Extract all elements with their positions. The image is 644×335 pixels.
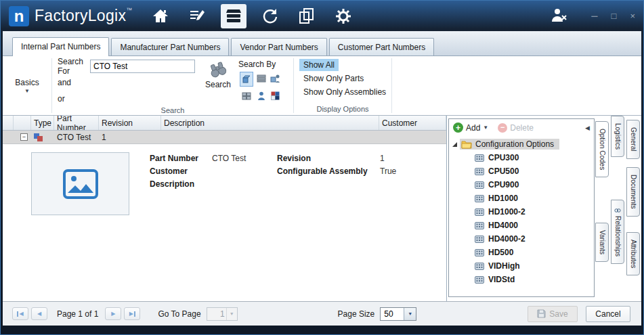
delete-button[interactable]: − Delete xyxy=(498,123,534,133)
materials-icon[interactable] xyxy=(221,4,246,28)
revision-value: 1 xyxy=(380,154,396,166)
list-item[interactable]: HD4000-2 xyxy=(449,232,594,246)
close-button[interactable]: × xyxy=(630,12,635,20)
search-by-label: Search By xyxy=(238,60,282,69)
relationships-icon xyxy=(614,207,621,214)
column-header-type[interactable]: Type xyxy=(31,116,54,130)
tab-documents[interactable]: Documents xyxy=(626,167,640,217)
search-for-input[interactable] xyxy=(90,60,195,73)
basics-group[interactable]: Basics ▼ xyxy=(3,56,51,115)
show-all-option[interactable]: Show All xyxy=(299,59,339,71)
tab-variants[interactable]: Variants xyxy=(595,223,609,262)
save-label: Save xyxy=(549,309,567,319)
part-detail-fields: Part Number CTO Test Revision 1 Customer… xyxy=(150,154,396,215)
and-operator-label: and xyxy=(58,78,71,87)
tab-option-codes[interactable]: Option Codes xyxy=(595,121,609,177)
maximize-button[interactable]: □ xyxy=(611,12,617,20)
list-item[interactable]: VIDHigh xyxy=(449,259,594,273)
list-item[interactable]: HD1000-2 xyxy=(449,205,594,219)
column-header-revision[interactable]: Revision xyxy=(99,116,161,130)
first-page-button[interactable]: ◀ xyxy=(12,307,28,320)
configuration-options-tree: Configuration Options CPU300 CPU500 CPU9… xyxy=(449,136,594,296)
tab-internal-part-numbers[interactable]: Internal Part Numbers xyxy=(12,37,109,56)
column-header-customer[interactable]: Customer xyxy=(379,116,446,130)
list-item[interactable]: CPU500 xyxy=(449,164,594,178)
collapse-row-button[interactable]: − xyxy=(20,133,28,141)
list-item[interactable]: CPU300 xyxy=(449,151,594,164)
process-definition-icon[interactable] xyxy=(184,4,210,28)
add-dropdown-icon[interactable]: ▼ xyxy=(483,125,488,131)
tab-relationships[interactable]: Relationships xyxy=(611,200,624,264)
show-only-assemblies-option[interactable]: Show Only Assemblies xyxy=(299,86,390,98)
column-header-part-number[interactable]: Part Number xyxy=(54,116,99,130)
client-area: Internal Part Numbers Manufacturer Part … xyxy=(3,31,641,326)
tab-customer-part-numbers[interactable]: Customer Part Numbers xyxy=(329,38,434,55)
last-page-button[interactable]: ▶ xyxy=(124,307,140,320)
minimize-button[interactable]: ─ xyxy=(591,12,597,20)
tab-label: Relationships xyxy=(614,216,622,256)
list-item[interactable]: CPU900 xyxy=(449,178,594,192)
delete-label: Delete xyxy=(510,123,534,133)
tab-attributes[interactable]: Attributes xyxy=(626,232,640,275)
titlebar: n FactoryLogix™ xyxy=(1,1,643,31)
page-indicator: Page 1 of 1 xyxy=(57,309,98,319)
list-item[interactable]: HD500 xyxy=(449,246,594,259)
main-nav xyxy=(148,4,356,28)
tree-expanded-icon[interactable] xyxy=(452,142,457,147)
page-size-input[interactable] xyxy=(381,309,401,319)
sync-icon[interactable] xyxy=(257,4,283,28)
list-item[interactable]: HD4000 xyxy=(449,219,594,232)
search-by-all-toggle[interactable] xyxy=(271,91,280,102)
option-code-icon xyxy=(475,181,484,189)
next-page-button[interactable]: ▶ xyxy=(105,307,121,320)
page-size-combo[interactable]: ▼ xyxy=(380,307,416,321)
combo-dropdown-icon[interactable]: ▼ xyxy=(404,308,416,320)
tab-vendor-part-numbers[interactable]: Vendor Part Numbers xyxy=(231,38,326,55)
tree-root-selected[interactable]: Configuration Options xyxy=(460,139,559,150)
add-button[interactable]: + Add ▼ xyxy=(453,122,488,133)
search-by-stock-toggle[interactable] xyxy=(242,92,251,102)
spinner-dropdown-icon[interactable]: ▼ xyxy=(226,308,237,320)
search-by-person-toggle[interactable] xyxy=(257,91,265,102)
option-code-label: CPU900 xyxy=(488,180,519,189)
tree-root-row[interactable]: Configuration Options xyxy=(449,137,594,151)
column-header-description[interactable]: Description xyxy=(161,116,379,130)
tab-logistics[interactable]: Logistics xyxy=(611,116,624,157)
tab-general[interactable]: General xyxy=(626,120,640,159)
collapse-panel-icon[interactable]: ◀ xyxy=(585,125,590,131)
home-icon[interactable] xyxy=(148,4,173,28)
app-window: n FactoryLogix™ xyxy=(0,0,644,335)
option-code-icon xyxy=(475,195,484,202)
table-row[interactable]: − CTO Test 1 xyxy=(3,131,446,144)
cell-part-number: CTO Test xyxy=(54,131,99,143)
logout-user-icon[interactable] xyxy=(549,7,568,25)
add-plus-icon: + xyxy=(453,122,463,133)
settings-gear-icon[interactable] xyxy=(330,4,356,28)
go-to-page-input[interactable] xyxy=(207,309,225,319)
search-by-section: Search By xyxy=(238,60,282,106)
search-by-part-customer-toggle[interactable] xyxy=(270,74,280,85)
search-button[interactable]: Search xyxy=(200,60,236,106)
parts-grid: Type Part Number Revision Description Cu… xyxy=(3,116,447,301)
list-item[interactable]: VIDStd xyxy=(449,273,594,286)
show-only-parts-option[interactable]: Show Only Parts xyxy=(299,72,368,85)
row-detail-panel: Part Number CTO Test Revision 1 Customer… xyxy=(3,144,446,215)
search-by-assembly-toggle[interactable] xyxy=(257,74,266,85)
option-code-icon xyxy=(475,208,484,216)
trademark: ™ xyxy=(126,7,132,14)
option-codes-toolbar: + Add ▼ − Delete ◀ xyxy=(449,119,594,136)
cancel-button[interactable]: Cancel xyxy=(586,306,630,322)
list-item[interactable]: HD1000 xyxy=(449,192,594,205)
tab-manufacturer-part-numbers[interactable]: Manufacturer Part Numbers xyxy=(111,38,229,55)
pager-bar: ◀ ◀ Page 1 of 1 ▶ ▶ Go To Page ▼ Page Si… xyxy=(3,301,641,326)
display-options-group: Show All Show Only Parts Show Only Assem… xyxy=(294,56,391,115)
previous-page-button[interactable]: ◀ xyxy=(31,307,47,320)
part-image-placeholder[interactable] xyxy=(31,152,129,215)
save-button[interactable]: Save xyxy=(528,306,578,322)
tree-root-label: Configuration Options xyxy=(475,139,554,149)
go-to-page-spinner[interactable]: ▼ xyxy=(207,307,238,321)
option-code-label: HD4000 xyxy=(488,221,518,230)
save-disk-icon xyxy=(537,309,546,318)
documents-icon[interactable] xyxy=(294,4,320,28)
search-by-part-toggle[interactable] xyxy=(240,72,253,87)
